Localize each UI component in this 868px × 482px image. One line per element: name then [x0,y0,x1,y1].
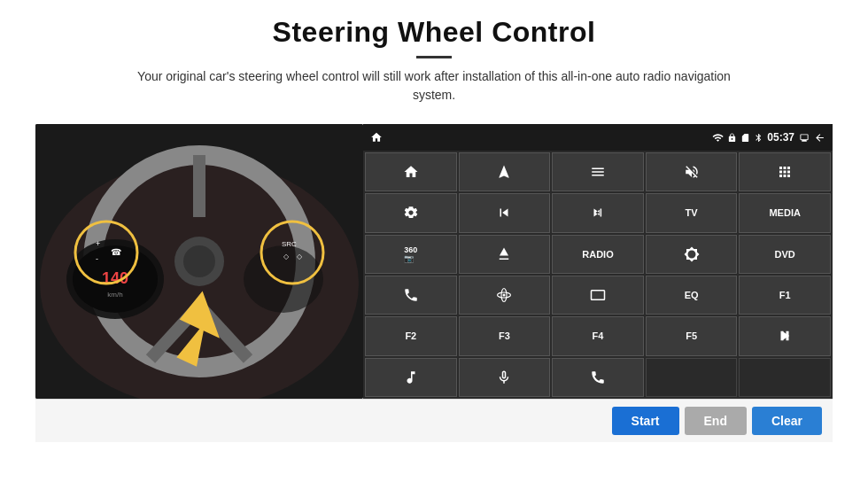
btn-apps[interactable] [739,152,831,191]
btn-media[interactable]: MEDIA [739,193,831,232]
btn-hangup[interactable] [552,358,644,397]
btn-empty2 [739,358,831,397]
btn-f1[interactable]: F1 [739,276,831,315]
btn-360cam[interactable]: 360📷 [365,235,457,274]
home-status-icon [370,131,383,144]
svg-text:◇: ◇ [283,253,290,260]
clear-button[interactable]: Clear [752,407,822,435]
back-icon [814,132,825,144]
end-button[interactable]: End [685,407,747,435]
svg-point-23 [503,294,506,297]
title-divider [416,56,452,58]
btn-tv[interactable]: TV [646,193,738,232]
btn-orbit[interactable] [459,276,551,315]
btn-dvd[interactable]: DVD [739,235,831,274]
btn-f3[interactable]: F3 [459,316,551,355]
svg-text:SRC: SRC [282,240,297,248]
title-section: Steering Wheel Control Your original car… [124,16,744,105]
btn-prev[interactable] [459,193,551,232]
svg-text:+: + [96,239,100,248]
btn-eq[interactable]: EQ [646,276,738,315]
svg-text:km/h: km/h [107,291,122,299]
btn-mic[interactable] [459,358,551,397]
page-title: Steering Wheel Control [124,16,744,49]
svg-point-7 [183,245,215,277]
start-button[interactable]: Start [612,407,679,435]
btn-screen2[interactable] [552,276,644,315]
btn-navigate[interactable] [459,152,551,191]
svg-text:◇: ◇ [297,253,303,260]
btn-eject[interactable] [459,235,551,274]
svg-rect-24 [591,291,604,300]
btn-home[interactable] [365,152,457,191]
steering-wheel-image: 140 km/h + - ☎ SRC ◇ ◇ [35,124,363,399]
btn-f4[interactable]: F4 [552,316,644,355]
btn-list[interactable] [552,152,644,191]
btn-radio[interactable]: RADIO [552,235,644,274]
screen-icon [798,133,810,143]
btn-brightness[interactable] [646,235,738,274]
status-right: 05:37 [712,131,825,144]
wifi-icon [712,132,724,144]
page-container: Steering Wheel Control Your original car… [0,0,868,482]
button-grid: TV MEDIA 360📷 RADIO [363,151,833,399]
subtitle: Your original car's steering wheel contr… [124,67,744,105]
btn-settings[interactable] [365,193,457,232]
svg-text:-: - [96,254,98,263]
svg-text:☎: ☎ [111,247,121,257]
btn-mute[interactable] [646,152,738,191]
btn-f2[interactable]: F2 [365,316,457,355]
status-left [370,131,383,144]
content-area: 140 km/h + - ☎ SRC ◇ ◇ [35,124,833,399]
btn-playpause[interactable] [739,316,831,355]
control-panel: 05:37 [363,124,833,399]
lock-icon [727,133,737,143]
btn-next[interactable] [552,193,644,232]
bottom-bar: Start End Clear [35,399,833,442]
btn-f5[interactable]: F5 [646,316,738,355]
sim-icon [740,133,750,143]
btn-empty1 [646,358,738,397]
btn-music[interactable] [365,358,457,397]
status-bar: 05:37 [363,124,833,151]
status-time: 05:37 [767,131,794,144]
bluetooth-icon [754,132,763,144]
btn-phone[interactable] [365,276,457,315]
